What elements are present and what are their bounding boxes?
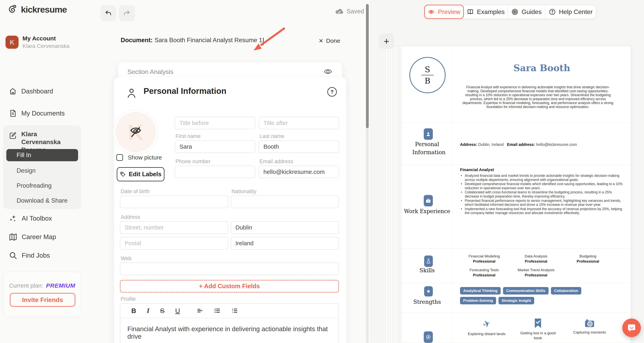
chat-bubble-icon xyxy=(627,323,636,332)
strengths-badges: Analytical Thinking Communication Skills… xyxy=(460,287,594,304)
email-label: Email address xyxy=(260,158,293,164)
tab-help-center[interactable]: Help Center xyxy=(545,5,596,18)
monogram-top: S xyxy=(425,66,430,73)
personal-info-line: Address: Dublin, Ireland Email address: … xyxy=(460,142,626,147)
sidebar-subitem-label: Proofreading xyxy=(16,182,52,189)
phone-input[interactable] xyxy=(175,166,255,178)
sidebar-subitem-fill-in[interactable]: Fill In xyxy=(6,149,78,161)
document-label: Document: xyxy=(121,37,152,44)
skills-section-icon xyxy=(424,256,433,267)
strengths-section-icon xyxy=(424,286,433,296)
hobby-item: ✈ Exploring distant lands xyxy=(467,318,506,336)
page-stack-edge xyxy=(386,46,401,343)
profile-label: Profile xyxy=(121,296,136,302)
strength-badge: Analytical Thinking xyxy=(460,287,501,294)
sidebar: kickresume K My Account Klara Cervenansk… xyxy=(0,0,87,343)
dob-label: Date of birth xyxy=(121,188,150,194)
underline-icon[interactable]: U xyxy=(175,307,180,314)
personal-information-card: Personal Information ? K Show picture Ed… xyxy=(114,77,346,343)
work-section-label: Work Experience xyxy=(404,208,451,215)
sidebar-subitem-label: Download & Share xyxy=(16,197,68,204)
work-section-icon xyxy=(424,195,433,206)
first-name-input[interactable] xyxy=(175,140,255,153)
sidebar-item-my-documents[interactable]: My Documents xyxy=(9,109,65,118)
brand-logo[interactable]: kickresume xyxy=(7,4,67,16)
hobby-label: Getting lost in a good book xyxy=(518,331,558,340)
sidebar-item-ai-toolbox[interactable]: AI Toolbox xyxy=(9,214,52,223)
sidebar-item-career-map[interactable]: Career Map xyxy=(9,232,56,241)
account-row[interactable]: K My Account Klara Cervenanska xyxy=(6,35,70,49)
show-picture-row[interactable]: Show picture xyxy=(116,154,162,161)
book-icon xyxy=(467,8,474,16)
resume-summary: Financial Analyst with experience in del… xyxy=(461,85,615,109)
street-input[interactable] xyxy=(120,221,228,234)
align-left-icon[interactable] xyxy=(196,307,203,314)
resume-preview-page[interactable]: S B Sara Booth Financial Analyst with ex… xyxy=(401,46,631,343)
address-label: Address xyxy=(121,214,140,220)
web-label: Web xyxy=(121,256,132,262)
plane-icon: ✈ xyxy=(481,318,492,330)
avatar[interactable]: K xyxy=(6,36,18,49)
title-before-input[interactable] xyxy=(175,117,255,129)
zoom-in-button[interactable]: + xyxy=(379,34,394,49)
edit-labels-button[interactable]: Edit Labels xyxy=(117,167,164,181)
tab-guides[interactable]: Guides xyxy=(508,5,545,18)
profile-editor[interactable]: B I S U Financial Analyst with experienc… xyxy=(120,303,339,343)
dob-input[interactable] xyxy=(120,196,228,208)
postal-input[interactable] xyxy=(120,237,228,250)
city-input[interactable] xyxy=(231,221,339,234)
tab-preview[interactable]: Preview xyxy=(424,5,464,19)
show-picture-checkbox[interactable] xyxy=(116,154,123,161)
editor-toolbar: B I S U xyxy=(120,304,338,318)
help-circle-icon xyxy=(549,8,556,16)
undo-icon xyxy=(104,9,112,17)
help-icon[interactable]: ? xyxy=(327,87,337,96)
bold-icon[interactable]: B xyxy=(131,307,136,314)
sidebar-subitem-label: Fill In xyxy=(16,152,31,159)
tab-label: Guides xyxy=(522,8,542,16)
sidebar-subitem-proofreading[interactable]: Proofreading xyxy=(16,182,52,189)
edit-labels-label: Edit Labels xyxy=(129,171,161,178)
invite-friends-button[interactable]: Invite Friends xyxy=(10,293,75,307)
bullet-list-icon[interactable] xyxy=(214,307,221,314)
first-name-label: First name xyxy=(176,133,201,139)
form-scrollbar-thumb[interactable] xyxy=(366,4,369,128)
document-icon xyxy=(9,109,17,118)
document-title-input[interactable]: Sara Booth Financial Analyst Resume 1 xyxy=(154,37,262,44)
sidebar-item-label: AI Toolbox xyxy=(22,215,52,222)
tab-label: Help Center xyxy=(559,8,593,16)
monogram-bottom: B xyxy=(424,77,430,85)
skill-item: Forecasting ToolsProfessional xyxy=(458,266,510,280)
person-icon xyxy=(126,88,136,98)
last-name-label: Last name xyxy=(260,133,284,139)
nationality-input[interactable] xyxy=(231,196,339,208)
tab-examples[interactable]: Examples xyxy=(464,5,508,18)
italic-icon[interactable]: I xyxy=(147,307,150,314)
personal-info-section-label: Personal Information xyxy=(412,140,442,156)
done-button[interactable]: ✕ Done xyxy=(319,38,340,44)
eye-icon[interactable] xyxy=(324,67,332,76)
profile-text[interactable]: Financial Analyst with experience in del… xyxy=(120,318,338,340)
plan-card: Current plan: PREMIUM Invite Friends xyxy=(3,272,81,317)
panel-title: Personal Information xyxy=(144,86,226,96)
email-value: hello@kickresume.com xyxy=(536,142,577,147)
country-input[interactable] xyxy=(231,237,339,250)
redo-button[interactable] xyxy=(119,5,135,21)
last-name-input[interactable] xyxy=(259,140,339,153)
undo-button[interactable] xyxy=(100,5,116,21)
profile-photo-placeholder[interactable]: K xyxy=(116,112,156,152)
sidebar-subitem-design[interactable]: Design xyxy=(16,167,36,174)
skill-item: Market Trend AnalysisProfessional xyxy=(510,266,562,280)
plan-label: Current plan: xyxy=(9,282,43,289)
personal-info-section-icon xyxy=(424,128,433,140)
web-input[interactable] xyxy=(120,262,339,275)
sidebar-item-dashboard[interactable]: Dashboard xyxy=(9,87,53,96)
add-custom-fields-button[interactable]: + Add Custom Fields xyxy=(120,280,339,292)
chat-widget-button[interactable] xyxy=(622,318,641,337)
sidebar-subitem-download-share[interactable]: Download & Share xyxy=(16,197,68,204)
numbered-list-icon[interactable] xyxy=(231,307,238,314)
strikethrough-icon[interactable]: S xyxy=(160,307,165,314)
sidebar-item-find-jobs[interactable]: Find Jobs xyxy=(9,251,50,260)
email-input[interactable] xyxy=(259,166,339,178)
title-after-input[interactable] xyxy=(259,117,339,129)
